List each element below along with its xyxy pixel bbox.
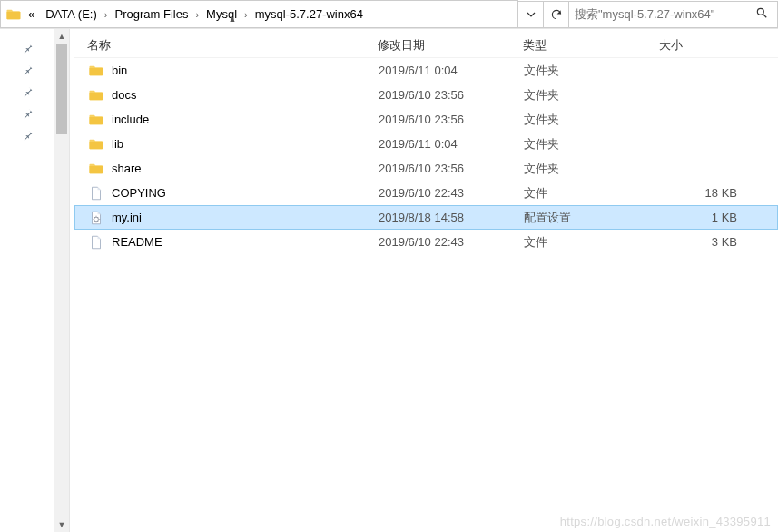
quick-access-pane: ▲ ▼	[0, 29, 74, 532]
file-type: 文件	[524, 234, 660, 251]
main-area: ▲ ▼ ▲ 名称▾ 修改日期▾ 类型▾ 大小▾ bin2019/6/11 0:0…	[0, 29, 778, 532]
file-date: 2019/6/10 23:56	[379, 113, 524, 126]
file-row[interactable]: bin2019/6/11 0:04文件夹	[74, 58, 778, 83]
column-headers: 名称▾ 修改日期▾ 类型▾ 大小▾	[74, 33, 778, 58]
search-box[interactable]	[569, 1, 778, 28]
pin-icon[interactable]	[0, 102, 54, 123]
file-name: bin	[112, 64, 127, 77]
scroll-thumb[interactable]	[56, 44, 67, 134]
scroll-up-icon[interactable]: ▲	[54, 29, 69, 44]
search-icon[interactable]	[752, 6, 772, 22]
nav-scrollbar[interactable]: ▲ ▼	[54, 29, 70, 532]
column-header-label: 名称	[87, 37, 111, 54]
file-type: 文件夹	[524, 136, 660, 153]
refresh-button[interactable]	[544, 1, 569, 28]
column-header-label: 类型	[523, 37, 547, 54]
file-date: 2019/6/10 22:43	[379, 186, 524, 200]
ini-icon	[88, 210, 104, 226]
file-icon	[88, 234, 104, 251]
file-type: 文件夹	[524, 87, 660, 103]
file-list-pane: ▲ 名称▾ 修改日期▾ 类型▾ 大小▾ bin2019/6/11 0:04文件夹…	[74, 29, 778, 532]
folder-icon	[88, 87, 104, 103]
file-name: include	[112, 113, 149, 126]
watermark: https://blog.csdn.net/weixin_43395911	[560, 515, 771, 528]
column-header-size[interactable]: 大小▾	[659, 37, 778, 54]
column-header-date[interactable]: 修改日期▾	[378, 37, 523, 54]
file-icon	[88, 185, 104, 202]
file-date: 2019/6/10 23:56	[379, 162, 524, 175]
file-size: 1 KB	[660, 211, 777, 224]
pin-icon[interactable]	[0, 80, 54, 102]
file-type: 配置设置	[524, 210, 660, 226]
file-date: 2019/6/10 23:56	[379, 88, 524, 102]
scroll-down-icon[interactable]: ▼	[54, 517, 69, 532]
file-type: 文件	[524, 185, 660, 202]
file-size: 18 KB	[660, 186, 777, 200]
pin-column	[0, 29, 54, 532]
file-type: 文件夹	[524, 161, 660, 177]
file-row[interactable]: lib2019/6/11 0:04文件夹	[74, 132, 778, 156]
file-name: lib	[112, 137, 123, 151]
file-row[interactable]: include2019/6/10 23:56文件夹	[74, 107, 778, 132]
folder-icon	[88, 63, 104, 79]
pin-icon[interactable]	[0, 123, 54, 145]
file-row[interactable]: share2019/6/10 23:56文件夹	[74, 156, 778, 181]
file-row[interactable]: docs2019/6/10 23:56文件夹	[74, 83, 778, 107]
folder-icon	[88, 136, 104, 153]
file-name: README	[112, 235, 162, 249]
folder-icon	[5, 5, 23, 24]
column-header-name[interactable]: 名称▾	[87, 37, 378, 54]
column-header-label: 大小	[659, 37, 683, 54]
file-type: 文件夹	[524, 63, 660, 79]
file-name: COPYING	[112, 186, 166, 200]
address-dropdown-button[interactable]	[518, 1, 544, 28]
pin-icon[interactable]	[0, 36, 54, 58]
pin-icon[interactable]	[0, 58, 54, 80]
file-row[interactable]: README2019/6/10 22:43文件3 KB	[74, 230, 778, 254]
column-header-label: 修改日期	[378, 37, 425, 54]
file-size: 3 KB	[660, 235, 777, 249]
file-rows: bin2019/6/11 0:04文件夹docs2019/6/10 23:56文…	[74, 58, 778, 254]
file-row[interactable]: my.ini2019/8/18 14:58配置设置1 KB	[74, 205, 778, 230]
svg-point-0	[757, 8, 763, 15]
file-type: 文件夹	[524, 112, 660, 128]
file-name: docs	[112, 88, 136, 102]
file-date: 2019/6/11 0:04	[379, 137, 524, 151]
folder-icon	[88, 112, 104, 128]
search-input[interactable]	[575, 7, 752, 21]
file-date: 2019/6/11 0:04	[379, 64, 524, 77]
sort-indicator-icon: ▲	[87, 15, 378, 22]
file-name: my.ini	[112, 211, 142, 224]
file-date: 2019/8/18 14:58	[379, 211, 524, 224]
file-row[interactable]: COPYING2019/6/10 22:43文件18 KB	[74, 181, 778, 205]
breadcrumb-truncated[interactable]: «	[23, 7, 40, 21]
svg-line-1	[763, 15, 767, 18]
file-date: 2019/6/10 22:43	[379, 235, 524, 249]
file-name: share	[112, 162, 142, 175]
column-header-type[interactable]: 类型▾	[523, 37, 659, 54]
folder-icon	[88, 161, 104, 177]
